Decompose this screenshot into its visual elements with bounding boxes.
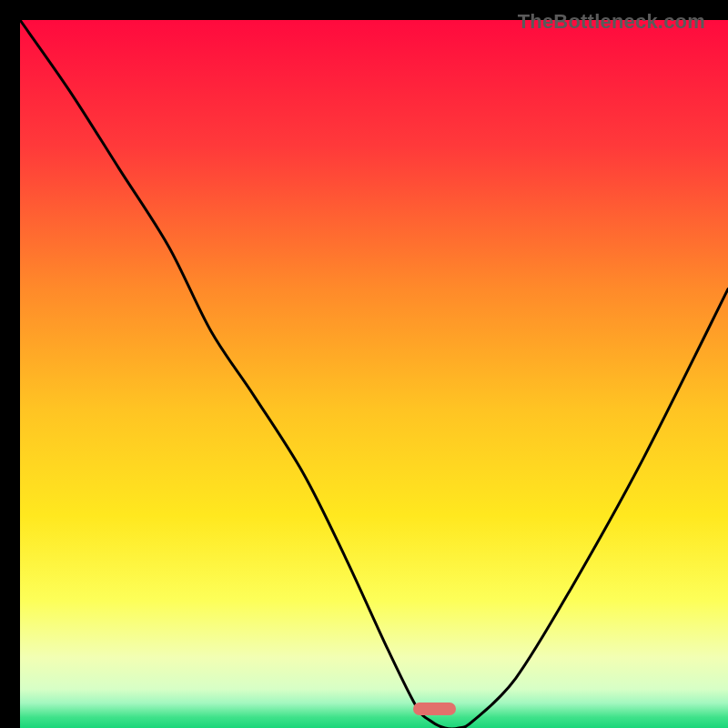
watermark-text: TheBottleneck.com xyxy=(518,10,705,34)
optimal-marker xyxy=(413,703,456,715)
plot-area xyxy=(20,20,728,728)
chart-frame: TheBottleneck.com xyxy=(10,10,718,718)
